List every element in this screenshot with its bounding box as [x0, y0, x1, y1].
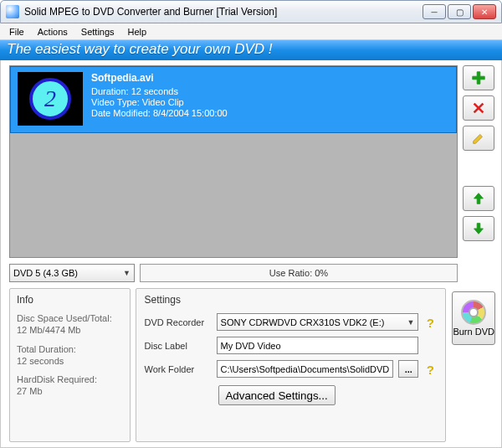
file-thumbnail: 2 [18, 72, 83, 126]
info-duration-value: 12 seconds [17, 355, 123, 367]
workfolder-value: C:\Users\Softpedia\Documents\SolidDVD [221, 364, 390, 374]
menu-settings[interactable]: Settings [75, 25, 120, 39]
settings-title: Settings [145, 294, 438, 306]
disclabel-row: Disc Label My DVD Video [145, 337, 438, 354]
close-button[interactable]: ✕ [473, 4, 496, 19]
help-icon[interactable]: ? [423, 316, 437, 329]
settings-panel: Settings DVD Recorder SONY CDRWDVD CRX31… [136, 288, 447, 442]
pencil-icon [471, 131, 486, 146]
top-row: 2 Softpedia.avi Duration: 12 seconds Vid… [9, 65, 496, 258]
info-space: Disc Space Used/Total: 12 Mb/4474 Mb [17, 312, 123, 337]
use-ratio-text: Use Ratio: 0% [269, 268, 328, 278]
file-list[interactable]: 2 Softpedia.avi Duration: 12 seconds Vid… [9, 65, 458, 258]
recorder-label: DVD Recorder [145, 317, 212, 327]
chevron-down-icon: ▼ [407, 318, 414, 327]
info-space-label: Disc Space Used/Total: [17, 312, 123, 324]
info-duration: Total Duration: 12 seconds [17, 343, 123, 368]
move-down-button[interactable] [463, 216, 494, 241]
bottom-row: Info Disc Space Used/Total: 12 Mb/4474 M… [9, 288, 496, 442]
middle-row: DVD 5 (4.3 GB) ▼ Use Ratio: 0% [9, 263, 496, 283]
advanced-settings-button[interactable]: Advanced Settings... [218, 385, 336, 405]
client-area: 2 Softpedia.avi Duration: 12 seconds Vid… [0, 60, 502, 448]
help-icon[interactable]: ? [423, 363, 437, 376]
info-harddisk-value: 27 Mb [17, 385, 123, 397]
menu-actions[interactable]: Actions [32, 25, 74, 39]
recorder-value: SONY CDRWDVD CRX310S VDK2 (E:) [221, 317, 385, 327]
info-panel: Info Disc Space Used/Total: 12 Mb/4474 M… [9, 288, 131, 442]
app-icon [6, 5, 19, 18]
file-item[interactable]: 2 Softpedia.avi Duration: 12 seconds Vid… [10, 66, 457, 133]
disclabel-label: Disc Label [145, 341, 212, 351]
chevron-down-icon: ▼ [123, 269, 131, 277]
file-type: Video Type: Video Clip [91, 97, 228, 107]
move-up-button[interactable] [463, 186, 494, 211]
info-harddisk-label: HardDisk Required: [17, 373, 123, 385]
burn-dvd-button[interactable]: Burn DVD [452, 291, 495, 345]
x-icon [471, 100, 486, 116]
edit-button[interactable] [463, 126, 494, 151]
workfolder-label: Work Folder [145, 364, 212, 374]
spacer [463, 156, 496, 181]
info-space-value: 12 Mb/4474 Mb [17, 324, 123, 336]
disc-type-value: DVD 5 (4.3 GB) [13, 268, 78, 278]
disclabel-input[interactable]: My DVD Video [217, 337, 419, 354]
add-button[interactable] [463, 65, 494, 90]
info-duration-label: Total Duration: [17, 343, 123, 355]
recorder-dropdown[interactable]: SONY CDRWDVD CRX310S VDK2 (E:) ▼ [217, 313, 419, 331]
remove-button[interactable] [463, 95, 494, 121]
menu-file[interactable]: File [3, 25, 30, 39]
file-modified: Date Modified: 8/4/2004 15:00:00 [91, 108, 228, 118]
window-title: Solid MPEG to DVD Converter and Burner [… [24, 6, 423, 18]
banner: The easiest way to create your own DVD ! [0, 40, 502, 60]
menu-bar: File Actions Settings Help [0, 23, 502, 40]
plus-icon [471, 70, 486, 85]
workfolder-input[interactable]: C:\Users\Softpedia\Documents\SolidDVD [217, 360, 394, 378]
window-controls: ─ ▢ ✕ [423, 4, 496, 19]
menu-help[interactable]: Help [122, 25, 153, 39]
file-info: Softpedia.avi Duration: 12 seconds Video… [91, 72, 228, 127]
info-harddisk: HardDisk Required: 27 Mb [17, 373, 123, 398]
file-duration: Duration: 12 seconds [91, 86, 228, 96]
recorder-row: DVD Recorder SONY CDRWDVD CRX310S VDK2 (… [145, 313, 438, 331]
minimize-button[interactable]: ─ [423, 4, 446, 19]
browse-button[interactable]: ... [398, 360, 418, 378]
file-name: Softpedia.avi [91, 72, 228, 84]
info-title: Info [17, 294, 123, 306]
thumbnail-image: 2 [29, 78, 71, 120]
dvd-icon [461, 300, 486, 325]
use-ratio-bar: Use Ratio: 0% [140, 264, 458, 282]
side-buttons [463, 65, 496, 258]
arrow-up-icon [471, 191, 486, 206]
burn-label: Burn DVD [453, 327, 494, 337]
maximize-button[interactable]: ▢ [448, 4, 471, 19]
burn-column: Burn DVD [451, 288, 496, 442]
title-bar: Solid MPEG to DVD Converter and Burner [… [0, 0, 502, 23]
workfolder-row: Work Folder C:\Users\Softpedia\Documents… [145, 360, 438, 378]
arrow-down-icon [471, 221, 486, 236]
disc-type-dropdown[interactable]: DVD 5 (4.3 GB) ▼ [9, 264, 135, 282]
disclabel-value: My DVD Video [221, 341, 281, 351]
